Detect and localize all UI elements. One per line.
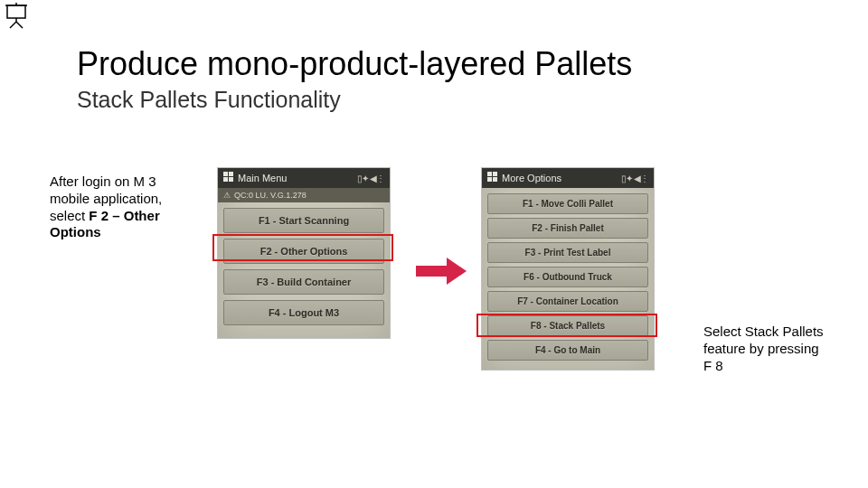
windows-icon xyxy=(223,172,234,184)
svg-rect-9 xyxy=(229,177,233,182)
svg-rect-8 xyxy=(223,177,228,182)
f8-stack-pallets-button[interactable]: F8 - Stack Pallets xyxy=(487,315,648,336)
caption-left-line: mobile application, xyxy=(50,191,162,206)
svg-line-5 xyxy=(16,22,23,28)
page-subtitle: Stack Pallets Functionality xyxy=(77,87,341,113)
presentation-icon xyxy=(4,2,29,33)
phone-status-bar: ⚠ QC:0 LU. V.G.1.278 xyxy=(218,188,390,202)
warning-icon: ⚠ xyxy=(223,191,231,200)
svg-rect-12 xyxy=(487,177,492,182)
arrow-icon xyxy=(416,258,468,285)
f1-start-scanning-button[interactable]: F1 - Start Scanning xyxy=(223,208,384,233)
caption-right: Select Stack Pallets feature by pressing… xyxy=(703,324,839,374)
caption-right-line: Select Stack Pallets xyxy=(703,324,824,339)
svg-rect-0 xyxy=(7,5,25,18)
caption-right-line: F 8 xyxy=(703,358,723,373)
f3-build-container-button[interactable]: F3 - Build Container xyxy=(223,269,384,295)
phone-status-text: QC:0 LU. V.G.1.278 xyxy=(234,191,307,200)
windows-icon xyxy=(487,172,498,184)
f1-move-colli-button[interactable]: F1 - Move Colli Pallet xyxy=(487,193,648,214)
phone-menu-body: F1 - Move Colli Pallet F2 - Finish Palle… xyxy=(482,188,654,368)
f2-finish-pallet-button[interactable]: F2 - Finish Pallet xyxy=(487,218,648,239)
svg-rect-6 xyxy=(223,172,228,176)
signal-icon: ▯✦ ◀⋮ xyxy=(621,174,648,183)
svg-rect-10 xyxy=(487,172,492,176)
caption-left-line: After login on M 3 xyxy=(50,174,156,189)
phone-header-title: More Options xyxy=(502,173,618,183)
f6-outbound-truck-button[interactable]: F6 - Outbound Truck xyxy=(487,267,648,287)
f2-other-options-button[interactable]: F2 - Other Options xyxy=(223,239,384,264)
svg-rect-13 xyxy=(493,177,497,182)
phone-header: More Options ▯✦ ◀⋮ xyxy=(482,168,654,188)
caption-left-bold: F 2 – Other xyxy=(89,208,159,223)
phone-main-menu: Main Menu ▯✦ ◀⋮ ⚠ QC:0 LU. V.G.1.278 F1 … xyxy=(217,167,391,339)
svg-rect-11 xyxy=(493,172,497,176)
f7-container-location-button[interactable]: F7 - Container Location xyxy=(487,291,648,312)
phone-menu-body: F1 - Start Scanning F2 - Other Options F… xyxy=(218,202,390,334)
svg-rect-7 xyxy=(229,172,233,176)
phone-more-options: More Options ▯✦ ◀⋮ F1 - Move Colli Palle… xyxy=(481,167,655,371)
page-title: Produce mono-product-layered Pallets xyxy=(77,45,632,83)
phone-header-title: Main Menu xyxy=(238,173,354,183)
caption-right-line: feature by pressing xyxy=(703,341,819,356)
signal-icon: ▯✦ ◀⋮ xyxy=(357,174,384,183)
f4-logout-button[interactable]: F4 - Logout M3 xyxy=(223,300,384,325)
f3-print-label-button[interactable]: F3 - Print Test Label xyxy=(487,242,648,263)
svg-line-4 xyxy=(10,22,16,28)
phone-header: Main Menu ▯✦ ◀⋮ xyxy=(218,168,390,188)
f4-go-to-main-button[interactable]: F4 - Go to Main xyxy=(487,340,648,361)
caption-left-bold: Options xyxy=(50,224,101,239)
caption-left-line: select xyxy=(50,208,89,223)
caption-left: After login on M 3 mobile application, s… xyxy=(50,174,203,241)
